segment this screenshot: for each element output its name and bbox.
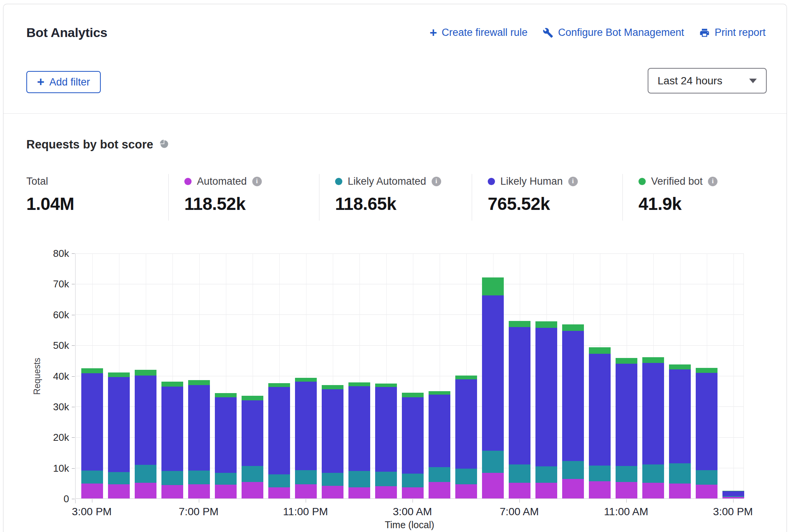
bar-segment-likely-human[interactable] — [535, 328, 557, 466]
bar-column[interactable] — [562, 324, 584, 498]
bar-segment-likely-human[interactable] — [696, 373, 717, 471]
info-icon[interactable]: i — [708, 177, 717, 186]
bar-column[interactable] — [215, 393, 237, 498]
bar-segment-verified-bot[interactable] — [322, 385, 343, 389]
bar-segment-verified-bot[interactable] — [589, 347, 611, 354]
print-report-link[interactable]: Print report — [699, 27, 766, 39]
bar-segment-likely-human[interactable] — [722, 491, 744, 496]
bar-segment-likely-human[interactable] — [295, 382, 317, 470]
bar-column[interactable] — [268, 383, 290, 498]
bar-segment-likely-human[interactable] — [242, 400, 263, 466]
bar-segment-likely-human[interactable] — [562, 331, 584, 461]
bar-column[interactable] — [642, 357, 664, 499]
bar-column[interactable] — [402, 393, 424, 498]
bar-segment-likely-human[interactable] — [161, 387, 183, 471]
bar-segment-automated[interactable] — [348, 487, 370, 498]
bar-segment-likely-human[interactable] — [429, 395, 450, 467]
bar-segment-likely-automated[interactable] — [375, 472, 397, 486]
bar-segment-likely-automated[interactable] — [429, 467, 450, 482]
bar-segment-likely-automated[interactable] — [509, 464, 530, 483]
bar-segment-likely-automated[interactable] — [188, 471, 210, 484]
bar-segment-verified-bot[interactable] — [242, 396, 263, 400]
bar-segment-likely-automated[interactable] — [161, 471, 183, 485]
bar-segment-verified-bot[interactable] — [402, 393, 424, 397]
bar-column[interactable] — [429, 391, 450, 498]
bar-segment-automated[interactable] — [108, 484, 130, 498]
bar-segment-likely-human[interactable] — [669, 369, 691, 464]
bar-segment-automated[interactable] — [295, 484, 317, 498]
bar-segment-automated[interactable] — [669, 484, 691, 498]
bar-segment-likely-human[interactable] — [268, 387, 290, 474]
bar-column[interactable] — [455, 376, 477, 498]
bar-segment-likely-human[interactable] — [509, 327, 530, 464]
bar-column[interactable] — [722, 491, 744, 498]
bar-segment-automated[interactable] — [268, 487, 290, 498]
bar-column[interactable] — [509, 321, 530, 498]
bar-column[interactable] — [81, 368, 103, 498]
bar-segment-verified-bot[interactable] — [482, 277, 504, 295]
bar-segment-automated[interactable] — [402, 487, 424, 498]
bar-segment-likely-human[interactable] — [322, 389, 343, 473]
bar-segment-likely-automated[interactable] — [642, 464, 664, 483]
bar-segment-likely-human[interactable] — [482, 295, 504, 451]
bar-segment-verified-bot[interactable] — [562, 324, 584, 331]
info-icon[interactable]: i — [252, 177, 262, 186]
bar-segment-automated[interactable] — [135, 483, 156, 498]
bar-segment-verified-bot[interactable] — [375, 384, 397, 387]
bar-segment-automated[interactable] — [509, 483, 530, 498]
bar-segment-likely-automated[interactable] — [482, 451, 504, 473]
time-range-select[interactable]: Last 24 hours — [648, 68, 767, 94]
bar-segment-likely-human[interactable] — [215, 397, 237, 473]
bar-segment-verified-bot[interactable] — [642, 357, 664, 363]
bar-segment-verified-bot[interactable] — [696, 368, 717, 372]
bar-segment-verified-bot[interactable] — [535, 321, 557, 328]
bar-segment-likely-automated[interactable] — [322, 473, 343, 486]
bar-segment-likely-human[interactable] — [455, 379, 477, 469]
bar-segment-automated[interactable] — [188, 484, 210, 498]
bar-column[interactable] — [696, 368, 717, 498]
bar-segment-automated[interactable] — [562, 479, 584, 498]
bar-segment-automated[interactable] — [375, 486, 397, 498]
bar-segment-verified-bot[interactable] — [669, 364, 691, 369]
bar-segment-automated[interactable] — [722, 497, 744, 498]
bar-segment-likely-automated[interactable] — [562, 461, 584, 479]
bar-segment-likely-human[interactable] — [81, 373, 103, 471]
create-firewall-rule-link[interactable]: + Create firewall rule — [430, 27, 527, 39]
bar-segment-likely-human[interactable] — [642, 363, 664, 464]
bar-segment-verified-bot[interactable] — [268, 383, 290, 387]
bar-segment-automated[interactable] — [535, 483, 557, 498]
bar-segment-automated[interactable] — [81, 484, 103, 498]
bar-segment-likely-automated[interactable] — [108, 472, 130, 484]
bar-column[interactable] — [188, 380, 210, 498]
bar-column[interactable] — [589, 347, 611, 498]
bar-segment-verified-bot[interactable] — [616, 358, 637, 364]
bar-segment-likely-automated[interactable] — [81, 471, 103, 484]
bar-column[interactable] — [375, 384, 397, 498]
bar-segment-likely-human[interactable] — [135, 376, 156, 465]
bar-segment-likely-human[interactable] — [108, 377, 130, 472]
bar-segment-likely-automated[interactable] — [135, 465, 156, 483]
bar-column[interactable] — [135, 370, 156, 498]
bar-column[interactable] — [669, 364, 691, 498]
bar-segment-automated[interactable] — [455, 484, 477, 498]
bar-column[interactable] — [242, 396, 263, 498]
bar-segment-verified-bot[interactable] — [348, 382, 370, 386]
bar-segment-verified-bot[interactable] — [215, 393, 237, 397]
bar-segment-verified-bot[interactable] — [161, 382, 183, 387]
bar-column[interactable] — [161, 382, 183, 498]
bar-segment-likely-human[interactable] — [188, 385, 210, 471]
bar-segment-verified-bot[interactable] — [429, 391, 450, 395]
bar-segment-automated[interactable] — [482, 473, 504, 498]
bar-segment-likely-automated[interactable] — [535, 466, 557, 483]
bar-segment-likely-automated[interactable] — [589, 466, 611, 481]
bar-segment-likely-automated[interactable] — [215, 473, 237, 485]
bar-segment-automated[interactable] — [589, 481, 611, 498]
bar-segment-automated[interactable] — [161, 485, 183, 498]
bar-segment-automated[interactable] — [429, 482, 450, 498]
bar-segment-likely-human[interactable] — [616, 364, 637, 466]
bar-segment-automated[interactable] — [215, 485, 237, 498]
bar-segment-likely-human[interactable] — [348, 386, 370, 471]
bar-segment-verified-bot[interactable] — [509, 321, 530, 327]
bar-segment-verified-bot[interactable] — [135, 370, 156, 375]
bar-column[interactable] — [482, 277, 504, 498]
